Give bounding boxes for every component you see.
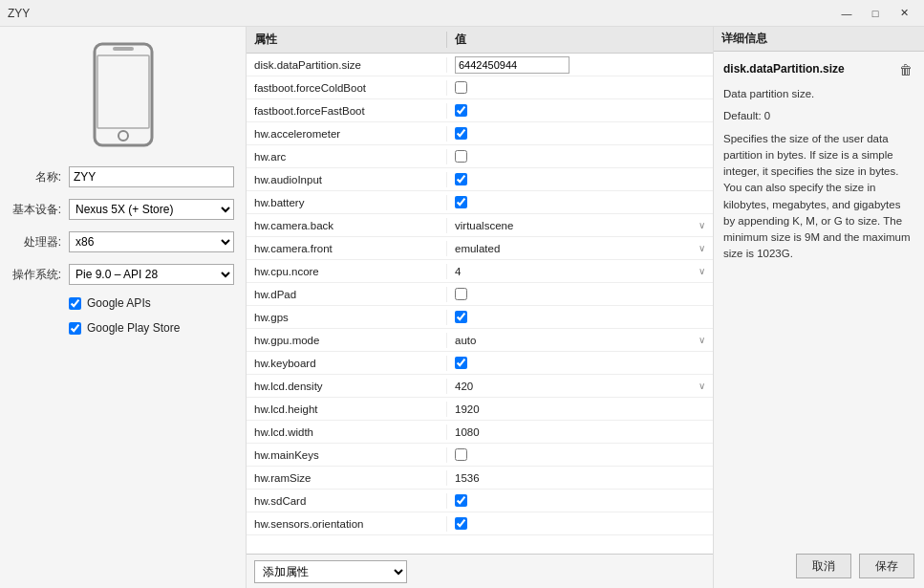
cell-attr: fastboot.forceColdBoot: [247, 80, 447, 96]
cell-val[interactable]: [447, 79, 713, 96]
device-select[interactable]: Nexus 5X (+ Store): [69, 199, 234, 220]
main-content: 名称: 基本设备: Nexus 5X (+ Store) 处理器: x86 操作…: [0, 27, 924, 588]
cell-val[interactable]: [447, 194, 713, 210]
add-attr-select[interactable]: 添加属性: [254, 560, 407, 583]
cell-val[interactable]: 1080: [447, 425, 713, 440]
cell-attr: hw.lcd.density: [247, 379, 447, 394]
table-row[interactable]: hw.sensors.orientation: [247, 512, 713, 535]
cell-val[interactable]: auto∨: [447, 333, 713, 348]
cell-attr: hw.ramSize: [247, 470, 447, 486]
cell-checkbox[interactable]: [455, 127, 467, 140]
table-row[interactable]: hw.camera.backvirtualscene∨: [247, 214, 713, 237]
table-row[interactable]: hw.cpu.ncore4∨: [247, 260, 713, 283]
device-label: 基本设备:: [11, 202, 61, 218]
svg-rect-2: [113, 47, 134, 51]
cell-val[interactable]: [447, 286, 713, 302]
cell-checkbox[interactable]: [455, 150, 467, 163]
maximize-button[interactable]: □: [863, 4, 888, 23]
cell-value-text: 1080: [455, 426, 705, 438]
phone-icon: [90, 42, 157, 147]
attr-col-header: 属性: [247, 32, 447, 48]
cell-checkbox[interactable]: [455, 448, 467, 461]
os-select[interactable]: Pie 9.0 – API 28: [69, 264, 234, 285]
table-row[interactable]: hw.battery: [247, 191, 713, 214]
cell-attr: hw.battery: [247, 195, 447, 210]
name-input[interactable]: [69, 166, 234, 187]
table-row[interactable]: hw.lcd.density420∨: [247, 375, 713, 398]
save-button[interactable]: 保存: [859, 554, 914, 578]
cell-checkbox[interactable]: [455, 517, 467, 530]
name-label: 名称:: [11, 169, 61, 185]
table-row[interactable]: hw.gpu.modeauto∨: [247, 329, 713, 352]
table-scroll[interactable]: disk.dataPartition.sizefastboot.forceCol…: [247, 54, 713, 554]
cell-checkbox[interactable]: [455, 104, 467, 117]
google-apis-row: Google APIs: [69, 296, 234, 310]
phone-preview: [11, 42, 234, 147]
cell-val[interactable]: [447, 102, 713, 119]
cell-val[interactable]: 4∨: [447, 264, 713, 279]
google-play-checkbox[interactable]: [69, 322, 81, 335]
left-panel: 名称: 基本设备: Nexus 5X (+ Store) 处理器: x86 操作…: [0, 27, 247, 588]
detail-header: disk.dataPartition.size 🗑: [723, 61, 914, 78]
table-row[interactable]: hw.lcd.height1920: [247, 398, 713, 421]
cell-val[interactable]: [447, 125, 713, 142]
cell-val[interactable]: [447, 355, 713, 371]
cell-checkbox[interactable]: [455, 311, 467, 323]
detail-content: Data partition size. Default: 0 Specifie…: [723, 86, 914, 269]
cell-value-text: emulated: [455, 243, 695, 254]
table-row[interactable]: hw.keyboard: [247, 352, 713, 375]
table-row[interactable]: hw.gps: [247, 306, 713, 329]
detail-desc2: Default: 0: [723, 108, 914, 124]
right-panel: 详细信息 disk.dataPartition.size 🗑 Data part…: [714, 27, 924, 588]
cell-val[interactable]: [447, 309, 713, 325]
cell-val[interactable]: [447, 54, 713, 76]
close-button[interactable]: ✕: [892, 4, 916, 23]
cell-attr: hw.gps: [247, 310, 447, 325]
cell-val[interactable]: virtualscene∨: [447, 218, 713, 233]
cell-checkbox[interactable]: [455, 357, 467, 369]
cell-checkbox[interactable]: [455, 173, 467, 185]
cell-attr: hw.sdCard: [247, 493, 447, 509]
processor-row: 处理器: x86: [11, 231, 234, 252]
cell-val[interactable]: emulated∨: [447, 241, 713, 256]
cell-val[interactable]: 420∨: [447, 379, 713, 394]
cell-checkbox[interactable]: [455, 288, 467, 300]
cancel-button[interactable]: 取消: [796, 554, 851, 578]
table-footer: 添加属性: [247, 554, 713, 588]
cell-attr: hw.keyboard: [247, 356, 447, 371]
table-row[interactable]: hw.lcd.width1080: [247, 421, 713, 444]
cell-val[interactable]: [447, 446, 713, 463]
table-row[interactable]: hw.dPad: [247, 283, 713, 306]
cell-val[interactable]: [447, 171, 713, 187]
cell-val[interactable]: 1920: [447, 402, 713, 417]
device-row: 基本设备: Nexus 5X (+ Store): [11, 199, 234, 220]
cell-input[interactable]: [455, 56, 569, 74]
chevron-down-icon: ∨: [698, 381, 705, 391]
table-row[interactable]: hw.accelerometer: [247, 122, 713, 145]
google-apis-checkbox[interactable]: [69, 297, 81, 310]
cell-value-text: 1920: [455, 403, 705, 415]
processor-label: 处理器:: [11, 234, 61, 250]
cell-val[interactable]: [447, 515, 713, 532]
table-row[interactable]: disk.dataPartition.size: [247, 54, 713, 76]
detail-title: disk.dataPartition.size: [723, 61, 897, 77]
cell-val[interactable]: 1536: [447, 470, 713, 486]
cell-attr: hw.camera.front: [247, 241, 447, 256]
table-row[interactable]: hw.sdCard: [247, 490, 713, 512]
processor-select[interactable]: x86: [69, 231, 234, 252]
table-row[interactable]: fastboot.forceFastBoot: [247, 99, 713, 122]
minimize-button[interactable]: —: [834, 4, 859, 23]
table-row[interactable]: hw.arc: [247, 145, 713, 168]
cell-val[interactable]: [447, 148, 713, 164]
table-row[interactable]: hw.ramSize1536: [247, 467, 713, 490]
cell-val[interactable]: [447, 492, 713, 509]
cell-checkbox[interactable]: [455, 494, 467, 507]
cell-checkbox[interactable]: [455, 81, 467, 94]
table-row[interactable]: hw.mainKeys: [247, 444, 713, 467]
delete-icon[interactable]: 🗑: [897, 61, 914, 78]
table-row[interactable]: hw.camera.frontemulated∨: [247, 237, 713, 260]
window-title: ZYY: [8, 7, 30, 20]
cell-checkbox[interactable]: [455, 196, 467, 208]
table-row[interactable]: hw.audioInput: [247, 168, 713, 191]
table-row[interactable]: fastboot.forceColdBoot: [247, 76, 713, 99]
